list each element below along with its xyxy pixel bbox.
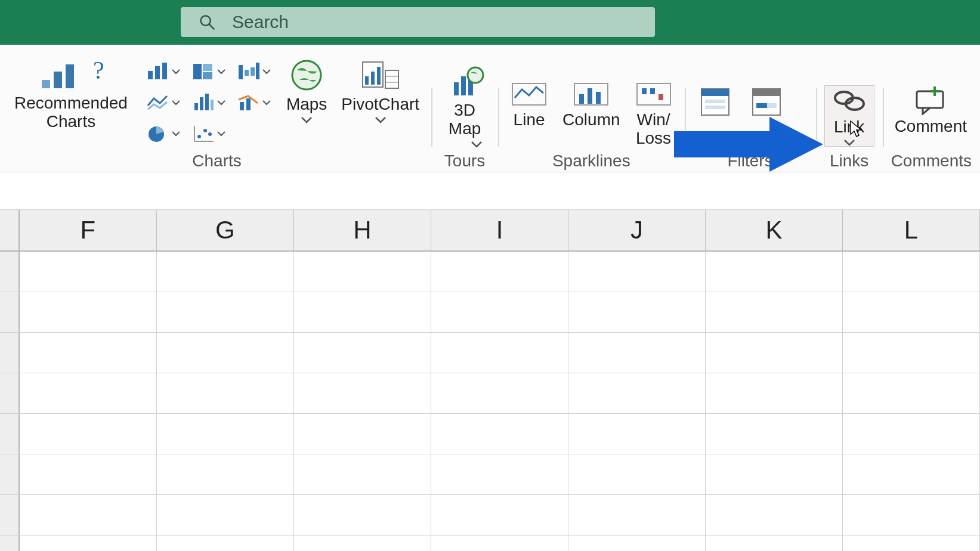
cell[interactable] — [843, 252, 980, 292]
row-header[interactable] — [0, 414, 20, 454]
cell[interactable] — [843, 414, 980, 454]
cell[interactable] — [294, 373, 431, 413]
cell[interactable] — [294, 292, 431, 332]
svg-rect-15 — [256, 63, 259, 79]
link-button[interactable]: Link — [824, 85, 874, 147]
cell[interactable] — [431, 454, 568, 494]
cell[interactable] — [20, 252, 157, 292]
svg-rect-19 — [211, 100, 214, 110]
column-header[interactable]: H — [294, 210, 431, 250]
cell[interactable] — [294, 495, 431, 535]
cell[interactable] — [706, 333, 843, 373]
select-all-corner[interactable] — [0, 210, 20, 250]
ribbon: ? Recommended Charts — [0, 45, 980, 172]
cell[interactable] — [568, 495, 706, 535]
sparkline-line-button[interactable]: Line — [506, 80, 552, 129]
column-header[interactable]: K — [706, 210, 843, 250]
cell[interactable] — [843, 495, 980, 535]
hierarchy-chart-dropdown[interactable] — [187, 57, 230, 86]
line-chart-dropdown[interactable] — [142, 88, 185, 117]
cell[interactable] — [157, 373, 294, 413]
cell[interactable] — [843, 373, 980, 413]
cell[interactable] — [20, 495, 157, 535]
svg-rect-12 — [239, 65, 243, 79]
column-header[interactable]: J — [568, 210, 706, 250]
column-header[interactable]: L — [843, 210, 980, 250]
cell[interactable] — [843, 292, 980, 332]
cell[interactable] — [157, 535, 294, 551]
cell[interactable] — [568, 333, 706, 373]
cell[interactable] — [706, 495, 843, 535]
cell[interactable] — [706, 292, 843, 332]
cell[interactable] — [568, 373, 706, 413]
cell[interactable] — [157, 333, 294, 373]
cell[interactable] — [20, 333, 157, 373]
3d-map-button[interactable]: 3D Map — [440, 64, 490, 148]
column-header[interactable]: G — [157, 210, 294, 250]
cell[interactable] — [294, 333, 431, 373]
sparkline-column-button[interactable]: Column — [559, 80, 623, 129]
cell[interactable] — [294, 535, 431, 551]
cell[interactable] — [843, 454, 980, 494]
row-header[interactable] — [0, 535, 20, 551]
svg-rect-17 — [200, 97, 203, 110]
cell[interactable] — [20, 373, 157, 413]
row-header[interactable] — [0, 373, 20, 413]
cell[interactable] — [706, 373, 843, 413]
cell[interactable] — [294, 454, 431, 494]
pie-chart-dropdown[interactable] — [142, 119, 185, 148]
cell[interactable] — [568, 414, 706, 454]
cell[interactable] — [431, 252, 568, 292]
column-chart-dropdown[interactable] — [142, 57, 185, 86]
column-header[interactable]: I — [431, 210, 568, 250]
column-header[interactable]: F — [20, 210, 157, 250]
scatter-chart-dropdown[interactable] — [187, 119, 230, 148]
waterfall-chart-dropdown[interactable] — [233, 57, 276, 86]
cell[interactable] — [157, 454, 294, 494]
row-header[interactable] — [0, 333, 20, 373]
cell[interactable] — [706, 454, 843, 494]
combo-chart-dropdown[interactable] — [233, 88, 276, 117]
cell[interactable] — [20, 535, 157, 551]
recommended-charts-button[interactable]: ? Recommended Charts — [11, 58, 131, 131]
pivotchart-button[interactable]: PivotChart — [338, 58, 423, 123]
cell[interactable] — [431, 373, 568, 413]
group-tours: 3D Map Tours — [431, 85, 498, 172]
cell[interactable] — [568, 252, 706, 292]
timeline-button[interactable] — [744, 85, 789, 119]
cell[interactable] — [431, 333, 568, 373]
maps-button[interactable]: Maps — [283, 58, 330, 123]
cell[interactable] — [706, 414, 843, 454]
cell[interactable] — [843, 333, 980, 373]
cell[interactable] — [20, 454, 157, 494]
maps-label: Maps — [286, 95, 327, 114]
cell[interactable] — [706, 252, 843, 292]
sparkline-winloss-button[interactable]: Win/ Loss — [631, 80, 676, 148]
row-header[interactable] — [0, 454, 20, 494]
search-box[interactable]: Search — [181, 7, 655, 37]
cell[interactable] — [157, 252, 294, 292]
cell[interactable] — [431, 495, 568, 535]
cell[interactable] — [157, 414, 294, 454]
cell[interactable] — [20, 414, 157, 454]
row-header[interactable] — [0, 292, 20, 332]
cell[interactable] — [294, 414, 431, 454]
cell[interactable] — [431, 292, 568, 332]
cell[interactable] — [294, 252, 431, 292]
slicer-button[interactable] — [693, 85, 737, 119]
comment-button[interactable]: Comment — [891, 85, 970, 136]
cell[interactable] — [157, 495, 294, 535]
cell[interactable] — [20, 292, 157, 332]
cell[interactable] — [157, 292, 294, 332]
search-icon — [199, 14, 215, 30]
cell[interactable] — [431, 535, 568, 551]
cell[interactable] — [568, 535, 706, 551]
row-header[interactable] — [0, 495, 20, 535]
statistic-chart-dropdown[interactable] — [187, 88, 230, 117]
cell[interactable] — [843, 535, 980, 551]
cell[interactable] — [568, 454, 706, 494]
row-header[interactable] — [0, 252, 20, 292]
cell[interactable] — [568, 292, 706, 332]
cell[interactable] — [431, 414, 568, 454]
cell[interactable] — [706, 535, 843, 551]
